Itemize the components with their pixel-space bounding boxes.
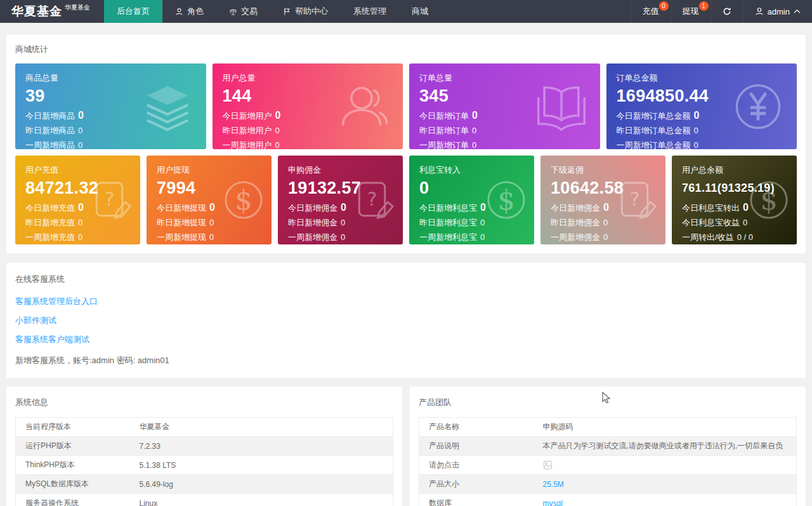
product-size-link[interactable]: 25.5M	[543, 480, 564, 489]
main-menu: 后台首页 角色 交易 帮助中心 系统管理 商城	[104, 0, 441, 23]
row-label: MySQL数据库版本	[16, 475, 130, 494]
book-icon	[534, 79, 589, 134]
table-row: 请勿点击	[419, 456, 797, 475]
table-row: 当前程序版本华夏基金	[16, 418, 393, 437]
stat-card-total-balance: 用户总余额 761.11(91325.19) 今日利息宝转出0 今日利息宝收益0…	[672, 156, 797, 244]
stat-card-users: 用户总量 144 今日新增用户0 昨日新增用户0 一周新增用户0	[213, 63, 403, 149]
stat-label: 一周新增佣金	[288, 232, 337, 242]
stat-value: 0	[603, 218, 608, 227]
stat-value: 0	[341, 232, 345, 242]
stat-value: 0	[275, 110, 281, 121]
stat-card-subscribe-commission: 申购佣金 19132.57 今日新增佣金0 昨日新增佣金0 一周新增佣金0 ?	[278, 156, 403, 244]
menu-item-help[interactable]: 帮助中心	[270, 0, 341, 23]
stat-value: 0	[603, 232, 608, 242]
stat-label: 一周转出/收益	[682, 232, 734, 242]
stat-label: 昨日新增佣金	[551, 218, 600, 227]
stat-label: 今日新增用户	[223, 111, 272, 121]
refresh-button[interactable]	[710, 0, 743, 23]
stat-label: 今日新增充值	[25, 203, 75, 213]
menu-label: 角色	[187, 6, 204, 17]
stat-value: 0	[603, 202, 609, 213]
system-info-table: 当前程序版本华夏基金 运行PHP版本7.2.33 ThinkPHP版本5.1.3…	[15, 417, 393, 506]
svg-text:$: $	[497, 184, 514, 216]
stat-label: 昨日新增佣金	[288, 218, 337, 227]
row-label: 运行PHP版本	[16, 437, 130, 456]
stat-value: 0	[480, 232, 485, 242]
stat-value: 0	[472, 140, 476, 149]
stat-label: 今日利息宝收益	[682, 218, 740, 227]
stat-card-title: 申购佣金	[288, 164, 393, 176]
stat-label: 今日新增利息宝	[419, 203, 477, 213]
row-label: 服务器操作系统	[16, 494, 130, 506]
row-value: 申购源码	[534, 418, 797, 437]
scales-icon	[229, 8, 237, 16]
stat-label: 一周新增用户	[223, 140, 272, 149]
table-row: 产品大小25.5M	[419, 475, 797, 494]
stat-label: 一周新增订单	[419, 140, 469, 149]
stat-label: 今日新增订单总金额	[617, 111, 691, 121]
service-panel: 在线客服系统 客服系统管理后台入口 小部件测试 客服系统客户端测试 新增客服系统…	[6, 263, 806, 378]
users-icon	[337, 79, 391, 134]
stat-card-orders: 订单总量 345 今日新增订单0 昨日新增订单0 一周新增订单0	[409, 63, 600, 149]
withdraw-badge: 1	[699, 1, 709, 11]
stat-card-order-amount: 订单总金额 1694850.44 今日新增订单总金额0 昨日新增订单总金额0 一…	[606, 63, 797, 149]
service-client-test-link[interactable]: 客服系统客户端测试	[15, 334, 797, 345]
stat-value: 0	[275, 140, 280, 149]
stat-label: 今日新增订单	[419, 111, 469, 121]
menu-label: 后台首页	[117, 6, 150, 17]
product-team-table: 产品名称申购源码 产品说明本产品只为学习测试交流,请勿要做商业或者用于违法行为,…	[419, 417, 797, 506]
stat-label: 今日新增商品	[25, 111, 75, 121]
stat-value: 0	[472, 110, 478, 121]
withdraw-button[interactable]: 提现 1	[671, 0, 710, 23]
menu-item-dashboard[interactable]: 后台首页	[104, 0, 162, 23]
stat-value: 0	[78, 126, 82, 135]
row-label: 数据库	[419, 494, 534, 506]
user-icon	[755, 7, 764, 16]
stat-card-title: 用户充值	[25, 164, 130, 176]
row-label: 请勿点击	[419, 456, 534, 475]
stat-label: 昨日新增用户	[223, 126, 272, 135]
recharge-button[interactable]: 充值 0	[631, 0, 671, 23]
menu-item-trade[interactable]: 交易	[216, 0, 270, 23]
yuan-circle-icon	[731, 79, 785, 134]
stat-value: 0	[472, 126, 476, 135]
stat-card-title: 用户总余额	[682, 164, 787, 176]
stat-label: 今日利息宝转出	[682, 203, 740, 213]
small-stat-cards-row: 用户充值 84721.32 今日新增充值0 昨日新增充值0 一周新增充值0 ? …	[6, 156, 806, 244]
system-info-title: 系统信息	[15, 397, 393, 408]
menu-label: 系统管理	[353, 6, 386, 17]
row-value	[534, 456, 797, 475]
stat-label: 今日新增佣金	[551, 203, 600, 213]
database-link[interactable]: mysql	[543, 499, 563, 506]
layers-icon	[140, 79, 195, 134]
table-row: 产品名称申购源码	[419, 418, 797, 437]
stat-card-title: 用户提现	[157, 164, 261, 176]
user-menu[interactable]: admin	[743, 0, 812, 23]
stat-label: 一周新增利息宝	[419, 232, 477, 242]
service-admin-entry-link[interactable]: 客服系统管理后台入口	[15, 296, 797, 307]
menu-item-roles[interactable]: 角色	[162, 0, 216, 23]
stat-label: 昨日新增商品	[25, 126, 75, 135]
bottom-section: 系统信息 当前程序版本华夏基金 运行PHP版本7.2.33 ThinkPHP版本…	[6, 387, 806, 506]
table-row: 运行PHP版本7.2.33	[16, 437, 393, 456]
row-value: Linux	[130, 494, 393, 506]
menu-item-mall[interactable]: 商城	[399, 0, 441, 23]
menu-item-system[interactable]: 系统管理	[341, 0, 399, 23]
withdraw-label: 提现	[683, 6, 699, 17]
broken-image-icon	[543, 460, 553, 470]
stat-card-recharge: 用户充值 84721.32 今日新增充值0 昨日新增充值0 一周新增充值0 ?	[15, 156, 140, 244]
row-label: 产品大小	[419, 475, 534, 494]
table-row: 产品说明本产品只为学习测试交流,请勿要做商业或者用于违法行为,一切后果自负	[419, 437, 797, 456]
stat-value: 0	[209, 232, 214, 242]
mall-stats-panel: 商城统计 商品总量 39 今日新增商品0 昨日新增商品0 一周新增商品0 用户总…	[6, 35, 806, 253]
dollar-circle-icon: $	[221, 177, 266, 223]
doc-question-pencil-icon: ?	[352, 177, 398, 223]
brand-logo[interactable]: 华夏基金 华夏基金	[0, 0, 100, 23]
svg-text:?: ?	[367, 189, 377, 210]
stat-label: 一周新增商品	[25, 140, 75, 149]
stat-label: 今日新增提现	[157, 203, 206, 213]
stat-label: 昨日新增利息宝	[419, 218, 477, 227]
menu-label: 交易	[241, 6, 258, 17]
stat-value: 0	[78, 218, 82, 227]
widget-test-link[interactable]: 小部件测试	[15, 315, 797, 326]
